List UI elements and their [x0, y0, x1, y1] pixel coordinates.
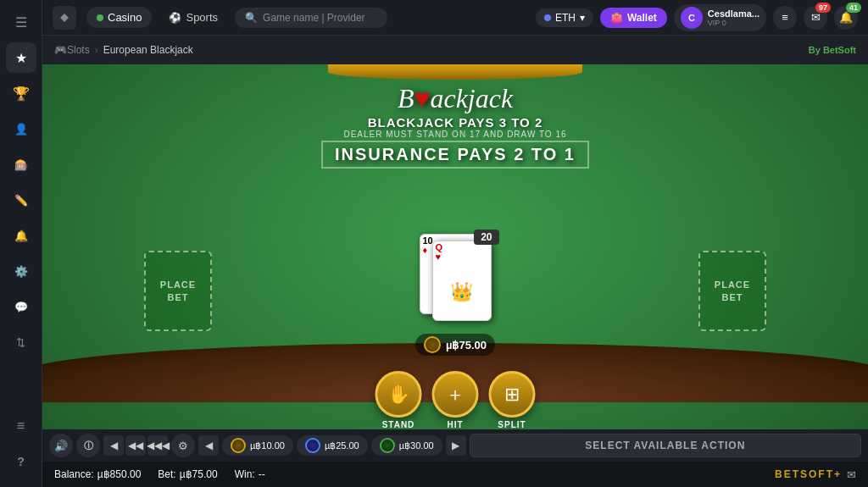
stand-label: STAND	[382, 420, 415, 429]
provider-info: By BetSoft	[809, 45, 856, 55]
prev-button[interactable]: ◀	[103, 435, 124, 456]
score-badge: 20	[474, 230, 498, 245]
chip-10-value: µ฿10.00	[250, 440, 285, 451]
hit-button[interactable]: ＋ HIT	[432, 371, 479, 429]
settings-ctrl-button[interactable]: ⚙	[171, 434, 195, 457]
hit-icon: ＋	[432, 371, 479, 418]
back-arrow-button[interactable]: ◀	[198, 435, 219, 456]
bet-label: Bet:	[158, 468, 175, 480]
wallet-icon: 👛	[610, 12, 623, 24]
sports-tab[interactable]: ⚽ Sports	[159, 7, 228, 28]
slots-icon: 🎮	[54, 44, 67, 56]
sidebar-help-icon[interactable]: ?	[6, 446, 36, 477]
mail-icon: ✉	[847, 468, 856, 481]
avatar: C	[681, 7, 703, 29]
nav-logo	[53, 6, 76, 30]
search-bar[interactable]: 🔍 Game name | Provider	[235, 8, 387, 28]
sidebar-trophy-icon[interactable]: 🏆	[6, 78, 36, 108]
bet-amount-value: µ฿75.00	[446, 339, 487, 351]
eth-chevron: ▾	[580, 12, 585, 24]
sidebar-chat-icon[interactable]: 💬	[6, 291, 36, 322]
bet-status-value: µ฿75.00	[180, 468, 218, 480]
menu-icon[interactable]: ≡	[773, 6, 797, 30]
sidebar-swap-icon[interactable]: ⇅	[6, 327, 36, 357]
messages-icon[interactable]: ✉ 97	[804, 6, 827, 30]
game-title: B♥ackjack	[398, 83, 513, 114]
status-bar: Balance: µ฿850.00 Bet: µ฿75.00 Win: -- B…	[42, 462, 868, 487]
place-bet-left-text: PLACEBET	[160, 279, 196, 303]
sidebar-hamburger-icon[interactable]: ≡	[6, 411, 36, 441]
nav-arrow-buttons: ◀ ◀◀ ◀◀◀	[103, 435, 168, 456]
sidebar-slots-icon[interactable]: 🎰	[6, 149, 36, 180]
breadcrumb-item: 🎮	[54, 44, 67, 56]
select-action-button[interactable]: SELECT AVAILABLE ACTION	[470, 434, 861, 457]
dealer-rule: DEALER MUST STAND ON 17 AND DRAW TO 16	[321, 130, 589, 139]
casino-label: Casino	[108, 11, 142, 24]
casino-tab[interactable]: Casino	[86, 7, 152, 28]
sidebar-bell-icon[interactable]: 🔔	[6, 220, 36, 251]
search-placeholder: Game name | Provider	[263, 12, 365, 24]
hit-label: HIT	[447, 420, 463, 429]
player-hand: 10♦ ♦ Q♥ 👑 20 µ฿75.00	[415, 234, 495, 356]
fastest-prev-button[interactable]: ◀◀◀	[147, 435, 168, 456]
sound-button[interactable]: 🔊	[49, 434, 73, 457]
place-bet-left[interactable]: PLACEBET	[144, 251, 212, 331]
sports-label: Sports	[186, 11, 218, 24]
action-buttons: ✋ STAND ＋ HIT ⊞ SPLIT	[376, 371, 536, 429]
breadcrumb-current: European Blackjack	[103, 44, 193, 56]
wallet-button[interactable]: 👛 Wallet	[600, 8, 667, 28]
insurance-rule: INSURANCE PAYS 2 TO 1	[321, 141, 589, 169]
place-bet-right-text: PLACEBET	[715, 279, 750, 303]
search-icon: 🔍	[245, 12, 258, 24]
split-button[interactable]: ⊞ SPLIT	[489, 371, 536, 429]
info-button[interactable]: ⓘ	[76, 434, 100, 457]
card-queen-hearts: Q♥ 👑 20	[432, 241, 492, 321]
breadcrumb-separator: ›	[95, 44, 98, 56]
win-display: Win: --	[235, 468, 265, 480]
vip-label: VIP 0	[708, 19, 760, 27]
sidebar-star-icon[interactable]: ★	[6, 42, 36, 73]
table-rules: BLACKJACK PAYS 3 TO 2 DEALER MUST STAND …	[321, 115, 589, 169]
provider-prefix: By	[809, 45, 821, 55]
user-profile-button[interactable]: C Cesdlama... VIP 0	[674, 4, 766, 31]
game-area: B♥ackjack BLACKJACK PAYS 3 TO 2 DEALER M…	[42, 64, 868, 487]
controls-bar: 🔊 ⓘ ◀ ◀◀ ◀◀◀ ⚙ ◀ µ฿10.00 µ฿25.00	[42, 429, 868, 462]
left-sidebar: ☰ ★ 🏆 👤 🎰 ✏️ 🔔 ⚙️ 💬 ⇅ ≡ ?	[0, 0, 42, 487]
wallet-label: Wallet	[627, 12, 657, 24]
stand-button[interactable]: ✋ STAND	[376, 371, 422, 429]
balance-value: µ฿850.00	[97, 468, 142, 480]
forward-arrow-button[interactable]: ▶	[446, 435, 466, 456]
split-label: SPLIT	[498, 420, 526, 429]
sidebar-settings-icon[interactable]: ⚙️	[6, 256, 36, 286]
balance-display: Balance: µ฿850.00	[54, 468, 141, 480]
win-label: Win:	[235, 468, 255, 480]
blackjack-table: B♥ackjack BLACKJACK PAYS 3 TO 2 DEALER M…	[42, 64, 868, 487]
win-value: --	[259, 468, 265, 480]
sidebar-menu-icon[interactable]: ☰	[6, 7, 36, 37]
sidebar-edit-icon[interactable]: ✏️	[6, 185, 36, 215]
betsoft-logo: BETSOFT+	[775, 468, 842, 480]
chip-25-value: µ฿25.00	[325, 440, 359, 451]
stand-icon: ✋	[376, 371, 422, 418]
chip-30-value: µ฿30.00	[399, 440, 434, 451]
betsoft-branding: BETSOFT+ ✉	[775, 468, 856, 481]
casino-dot	[97, 14, 103, 21]
username-label: Cesdlama...	[708, 8, 760, 19]
provider-name: BetSoft	[823, 45, 856, 55]
pays-rule: BLACKJACK PAYS 3 TO 2	[321, 115, 589, 130]
chip-25-display: µ฿25.00	[297, 435, 368, 456]
eth-icon	[544, 14, 551, 21]
sidebar-profile-icon[interactable]: 👤	[6, 113, 36, 144]
top-navigation: Casino ⚽ Sports 🔍 Game name | Provider E…	[42, 0, 868, 36]
notifications-icon[interactable]: 🔔 41	[834, 6, 858, 30]
chip-10-display: µ฿10.00	[222, 435, 293, 456]
slots-link[interactable]: Slots	[67, 44, 90, 56]
gold-rail	[328, 64, 582, 80]
eth-selector[interactable]: ETH ▾	[536, 8, 593, 27]
nav-right-section: ETH ▾ 👛 Wallet C Cesdlama... VIP 0 ≡ ✉ 9…	[536, 4, 858, 31]
place-bet-right[interactable]: PLACEBET	[698, 251, 766, 331]
bet-display: Bet: µ฿75.00	[158, 468, 217, 480]
fast-prev-button[interactable]: ◀◀	[125, 435, 146, 456]
sports-icon: ⚽	[169, 12, 181, 24]
card2-symbol: 👑	[433, 263, 491, 320]
